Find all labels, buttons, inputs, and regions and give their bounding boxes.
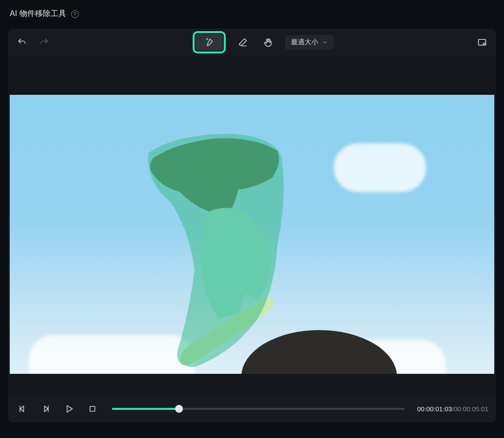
- video-frame: [10, 95, 494, 374]
- header: AI 物件移除工具 ?: [0, 0, 504, 26]
- next-frame-icon: [41, 404, 51, 414]
- canvas-area[interactable]: [8, 95, 496, 374]
- svg-rect-2: [90, 406, 95, 411]
- stop-icon: [88, 404, 97, 414]
- timeline-fill: [112, 408, 179, 410]
- hand-icon: [263, 37, 273, 47]
- current-time: 00:00:01:03: [417, 405, 452, 413]
- timecode: 00:00:01:03/00:00:05:01: [417, 405, 488, 413]
- compare-icon: [477, 37, 487, 47]
- zoom-label: 最適大小: [291, 38, 318, 47]
- timeline-track: [112, 408, 405, 410]
- brush-tool-selected: [193, 31, 226, 53]
- prev-frame-button[interactable]: [16, 402, 29, 416]
- ground: [241, 330, 397, 374]
- page-title: AI 物件移除工具: [10, 9, 66, 19]
- cloud: [29, 335, 195, 374]
- timeline-thumb[interactable]: [175, 405, 183, 413]
- undo-icon: [17, 37, 27, 47]
- help-icon[interactable]: ?: [71, 10, 79, 18]
- redo-icon: [39, 37, 49, 47]
- total-time: 00:00:05:01: [454, 405, 488, 413]
- prev-frame-icon: [18, 404, 27, 414]
- stop-button[interactable]: [86, 402, 99, 416]
- playbar: 00:00:01:03/00:00:05:01: [8, 395, 496, 422]
- toolbar-center: 最適大小: [58, 31, 468, 53]
- compare-button[interactable]: [474, 34, 490, 51]
- toolbar-left: [14, 34, 53, 51]
- redo-button[interactable]: [36, 34, 53, 51]
- selected-object-overlay: [136, 124, 321, 367]
- brush-plus-icon: [204, 37, 214, 47]
- hand-tool-button[interactable]: [260, 34, 276, 51]
- timeline[interactable]: [112, 404, 405, 414]
- chevron-down-icon: [322, 39, 328, 45]
- toolbar-right: [474, 34, 490, 51]
- toolbar: 最適大小: [8, 29, 496, 56]
- play-icon: [64, 404, 74, 414]
- eraser-tool-button[interactable]: [234, 34, 251, 51]
- brush-tool-button[interactable]: [196, 34, 223, 51]
- undo-button[interactable]: [14, 34, 30, 51]
- play-button[interactable]: [62, 402, 76, 416]
- next-frame-button[interactable]: [39, 402, 53, 416]
- editor-panel: 最適大小: [8, 29, 496, 422]
- svg-point-1: [483, 43, 485, 45]
- zoom-dropdown[interactable]: 最適大小: [285, 35, 334, 50]
- eraser-icon: [238, 37, 248, 47]
- cloud: [334, 143, 426, 192]
